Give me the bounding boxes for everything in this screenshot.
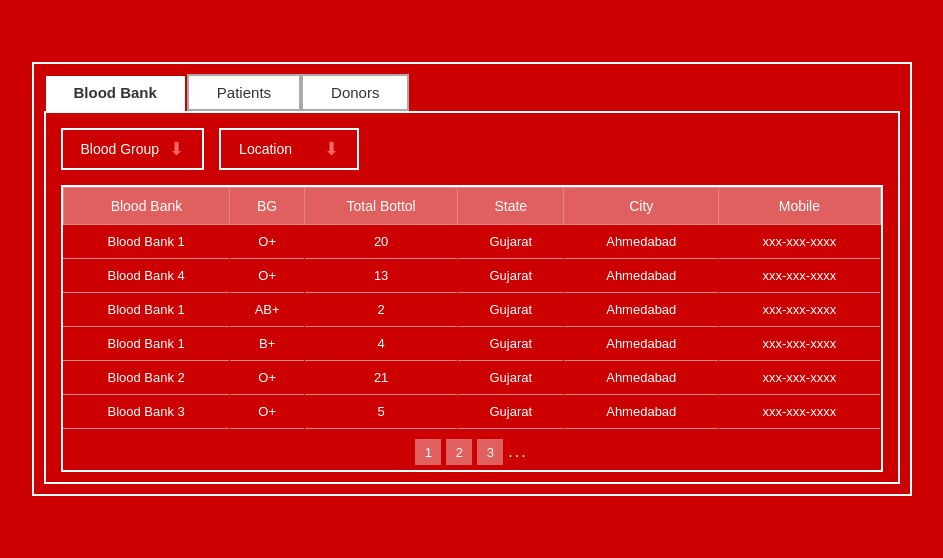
cell-mobile: xxx-xxx-xxxx bbox=[719, 259, 880, 293]
cell-mobile: xxx-xxx-xxxx bbox=[719, 361, 880, 395]
location-arrow: ⬇ bbox=[324, 138, 339, 160]
page-2-btn[interactable]: 2 bbox=[446, 439, 472, 465]
table-row: Blood Bank 1 B+ 4 Gujarat Ahmedabad xxx-… bbox=[63, 327, 880, 361]
cell-total: 13 bbox=[304, 259, 457, 293]
table-header-row: Blood Bank BG Total Bottol State City Mo… bbox=[63, 188, 880, 225]
cell-bg: B+ bbox=[230, 327, 305, 361]
blood-group-filter[interactable]: Blood Group ⬇ bbox=[61, 128, 205, 170]
tab-bar: Blood Bank Patients Donors bbox=[44, 74, 900, 111]
cell-bg: O+ bbox=[230, 395, 305, 429]
cell-state: Gujarat bbox=[458, 361, 564, 395]
cell-blood-bank: Blood Bank 1 bbox=[63, 327, 230, 361]
cell-bg: AB+ bbox=[230, 293, 305, 327]
cell-mobile: xxx-xxx-xxxx bbox=[719, 293, 880, 327]
cell-blood-bank: Blood Bank 1 bbox=[63, 225, 230, 259]
col-blood-bank: Blood Bank bbox=[63, 188, 230, 225]
data-table-container: Blood Bank BG Total Bottol State City Mo… bbox=[61, 185, 883, 472]
table-row: Blood Bank 1 AB+ 2 Gujarat Ahmedabad xxx… bbox=[63, 293, 880, 327]
cell-state: Gujarat bbox=[458, 259, 564, 293]
tab-blood-bank[interactable]: Blood Bank bbox=[44, 74, 187, 111]
cell-blood-bank: Blood Bank 4 bbox=[63, 259, 230, 293]
cell-total: 21 bbox=[304, 361, 457, 395]
cell-bg: O+ bbox=[230, 361, 305, 395]
cell-total: 5 bbox=[304, 395, 457, 429]
cell-state: Gujarat bbox=[458, 395, 564, 429]
cell-total: 4 bbox=[304, 327, 457, 361]
tab-donors[interactable]: Donors bbox=[301, 74, 409, 111]
location-filter[interactable]: Location ⬇ bbox=[219, 128, 359, 170]
cell-city: Ahmedabad bbox=[564, 395, 719, 429]
cell-city: Ahmedabad bbox=[564, 361, 719, 395]
location-label: Location bbox=[239, 141, 292, 157]
page-1-btn[interactable]: 1 bbox=[415, 439, 441, 465]
blood-group-label: Blood Group bbox=[81, 141, 160, 157]
cell-city: Ahmedabad bbox=[564, 225, 719, 259]
data-table: Blood Bank BG Total Bottol State City Mo… bbox=[63, 187, 881, 429]
cell-total: 20 bbox=[304, 225, 457, 259]
table-row: Blood Bank 3 O+ 5 Gujarat Ahmedabad xxx-… bbox=[63, 395, 880, 429]
col-bg: BG bbox=[230, 188, 305, 225]
outer-container: Blood Bank Patients Donors Blood Group ⬇… bbox=[32, 62, 912, 496]
cell-mobile: xxx-xxx-xxxx bbox=[719, 327, 880, 361]
cell-blood-bank: Blood Bank 3 bbox=[63, 395, 230, 429]
cell-state: Gujarat bbox=[458, 293, 564, 327]
cell-state: Gujarat bbox=[458, 327, 564, 361]
cell-blood-bank: Blood Bank 2 bbox=[63, 361, 230, 395]
cell-city: Ahmedabad bbox=[564, 293, 719, 327]
cell-blood-bank: Blood Bank 1 bbox=[63, 293, 230, 327]
table-row: Blood Bank 4 O+ 13 Gujarat Ahmedabad xxx… bbox=[63, 259, 880, 293]
cell-mobile: xxx-xxx-xxxx bbox=[719, 225, 880, 259]
cell-mobile: xxx-xxx-xxxx bbox=[719, 395, 880, 429]
cell-bg: O+ bbox=[230, 225, 305, 259]
cell-total: 2 bbox=[304, 293, 457, 327]
col-total-bottle: Total Bottol bbox=[304, 188, 457, 225]
col-state: State bbox=[458, 188, 564, 225]
page-3-btn[interactable]: 3 bbox=[477, 439, 503, 465]
cell-city: Ahmedabad bbox=[564, 327, 719, 361]
main-panel: Blood Group ⬇ Location ⬇ Blood Bank BG T… bbox=[44, 111, 900, 484]
pagination: 1 2 3 ... bbox=[63, 429, 881, 470]
table-row: Blood Bank 2 O+ 21 Gujarat Ahmedabad xxx… bbox=[63, 361, 880, 395]
blood-group-arrow: ⬇ bbox=[169, 138, 184, 160]
cell-state: Gujarat bbox=[458, 225, 564, 259]
pagination-dots: ... bbox=[508, 443, 527, 461]
col-mobile: Mobile bbox=[719, 188, 880, 225]
cell-bg: O+ bbox=[230, 259, 305, 293]
table-row: Blood Bank 1 O+ 20 Gujarat Ahmedabad xxx… bbox=[63, 225, 880, 259]
filters-row: Blood Group ⬇ Location ⬇ bbox=[61, 128, 883, 170]
col-city: City bbox=[564, 188, 719, 225]
tab-patients[interactable]: Patients bbox=[187, 74, 301, 111]
cell-city: Ahmedabad bbox=[564, 259, 719, 293]
